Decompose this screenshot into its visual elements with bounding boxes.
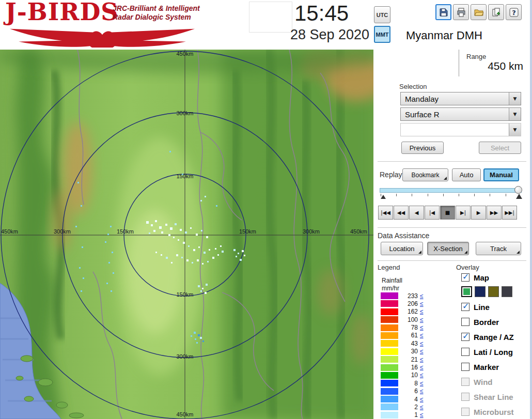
map-style-swatch[interactable] — [461, 286, 472, 297]
replay-timeline-slider — [380, 187, 523, 201]
manual-button[interactable]: Manual — [483, 168, 519, 181]
rainfall-legend: 233≤ 206≤ 162≤ 100≤ 78≤ 61≤ 43≤ 30≤ 21≤ … — [381, 292, 424, 419]
select-button[interactable]: Select — [479, 142, 521, 154]
app-logo-title: J-BIRDS — [5, 0, 119, 26]
legend-color-swatch — [381, 348, 398, 355]
legend-value: 1 — [402, 411, 418, 418]
step-forward-button[interactable]: ▶| — [456, 206, 471, 220]
legend-lte-symbol[interactable]: ≤ — [420, 324, 424, 331]
overlay-item-marker[interactable]: Marker — [461, 361, 499, 373]
auto-button[interactable]: Auto — [452, 168, 481, 181]
legend-lte-symbol[interactable]: ≤ — [420, 316, 424, 323]
timeline-start-marker-icon[interactable] — [381, 195, 386, 199]
legend-lte-symbol[interactable]: ≤ — [420, 364, 424, 371]
ring-label: 150km — [174, 173, 196, 179]
timeline-thumb[interactable] — [514, 186, 522, 194]
legend-row: 2≤ — [381, 404, 424, 410]
ring-label: 450km — [350, 228, 367, 235]
checkbox[interactable] — [461, 273, 470, 282]
bookmark-button[interactable]: Bookmark — [402, 168, 448, 181]
checkbox[interactable] — [461, 318, 470, 326]
range-label: Range — [466, 53, 486, 60]
overlay-item-microburst[interactable]: Microburst — [461, 406, 514, 417]
chevron-down-icon[interactable]: ▼ — [509, 123, 521, 136]
save-button[interactable] — [435, 4, 451, 20]
legend-lte-symbol[interactable]: ≤ — [420, 380, 424, 387]
legend-lte-symbol[interactable]: ≤ — [420, 411, 424, 418]
checkbox[interactable] — [461, 378, 470, 386]
chevron-down-icon[interactable]: ▼ — [509, 92, 521, 105]
legend-lte-symbol[interactable]: ≤ — [420, 404, 424, 411]
timeline-ticks — [381, 194, 521, 196]
legend-color-swatch — [381, 396, 398, 402]
track-button[interactable]: Track — [476, 242, 521, 255]
legend-color-swatch — [381, 292, 398, 299]
fast-rewind-button[interactable]: ◀◀ — [394, 206, 409, 220]
step-back-button[interactable]: |◀ — [425, 206, 440, 220]
previous-button[interactable]: Previous — [401, 142, 444, 154]
corner-triangle-icon — [444, 177, 447, 180]
radar-map[interactable]: 450km 300km 150km 150km 300km 450km 450k… — [0, 50, 373, 419]
timeline-end-marker-icon[interactable] — [516, 194, 522, 199]
add-document-button[interactable] — [488, 4, 504, 20]
print-button[interactable] — [453, 4, 469, 20]
map-style-swatch[interactable] — [502, 286, 512, 297]
play-backward-button[interactable]: ◀ — [409, 206, 424, 220]
chevron-down-icon[interactable]: ▼ — [509, 108, 521, 120]
legend-lte-symbol[interactable]: ≤ — [420, 356, 424, 363]
overlay-item-label: Microburst — [474, 408, 514, 416]
legend-lte-symbol[interactable]: ≤ — [420, 300, 424, 307]
skip-first-button[interactable]: |◀◀ — [378, 206, 393, 220]
legend-lte-symbol[interactable]: ≤ — [420, 340, 424, 347]
legend-row: 6≤ — [381, 388, 424, 395]
bookmark-button-label: Bookmark — [411, 172, 439, 179]
checkbox[interactable] — [461, 408, 470, 416]
control-panel: Range 450 km Selection Mandalay ▼ Surfac… — [373, 50, 532, 419]
overlay-item-lati-long[interactable]: Lati / Long — [461, 346, 513, 358]
extra-dropdown[interactable]: ▼ — [400, 123, 521, 136]
product-dropdown[interactable]: Surface R ▼ — [400, 107, 521, 121]
legend-lte-symbol[interactable]: ≤ — [420, 292, 424, 300]
legend-lte-symbol[interactable]: ≤ — [420, 387, 424, 395]
mmt-button[interactable]: MMT — [374, 26, 390, 43]
utc-button[interactable]: UTC — [374, 6, 390, 23]
legend-lte-symbol[interactable]: ≤ — [420, 308, 424, 315]
map-style-swatch[interactable] — [488, 286, 499, 297]
map-style-swatch[interactable] — [475, 286, 486, 297]
x-section-button[interactable]: X-Section — [427, 242, 469, 255]
overlay-item-shear-line[interactable]: Shear Line — [461, 391, 513, 402]
legend-row: 162≤ — [381, 308, 424, 315]
overlay-item-label: Map — [474, 273, 489, 282]
checkbox[interactable] — [461, 303, 470, 311]
range-value: 450 km — [456, 60, 523, 72]
legend-lte-symbol[interactable]: ≤ — [420, 332, 424, 339]
x-section-button-label: X-Section — [433, 245, 462, 253]
legend-row: 30≤ — [381, 348, 424, 355]
overlay-item-range-az[interactable]: Range / AZ — [461, 331, 514, 343]
open-button[interactable] — [471, 4, 487, 20]
legend-row: 206≤ — [381, 300, 424, 307]
replay-label: Replay — [380, 170, 402, 179]
checkbox[interactable] — [461, 348, 470, 356]
site-dropdown[interactable]: Mandalay ▼ — [400, 92, 521, 105]
overlay-item-map[interactable]: Map — [461, 272, 489, 283]
legend-lte-symbol[interactable]: ≤ — [420, 348, 424, 355]
overlay-item-line[interactable]: Line — [461, 301, 490, 313]
skip-last-button[interactable]: ▶▶| — [502, 206, 517, 220]
location-button[interactable]: Location — [381, 242, 423, 255]
checkbox[interactable] — [461, 363, 470, 371]
checkbox[interactable] — [461, 393, 470, 401]
legend-lte-symbol[interactable]: ≤ — [420, 396, 424, 403]
legend-lte-symbol[interactable]: ≤ — [420, 371, 424, 379]
checkbox[interactable] — [461, 333, 470, 341]
stop-button[interactable]: ■ — [440, 206, 455, 220]
open-folder-icon — [474, 7, 484, 18]
timeline-track[interactable] — [380, 188, 522, 193]
overlay-item-label: Border — [474, 318, 499, 327]
overlay-item-border[interactable]: Border — [461, 316, 499, 328]
legend-value: 233 — [402, 292, 418, 300]
overlay-item-wind[interactable]: Wind — [461, 376, 493, 387]
fast-forward-button[interactable]: ▶▶ — [487, 206, 502, 220]
play-button[interactable]: ▶ — [471, 206, 486, 220]
help-button[interactable]: ? — [506, 4, 522, 20]
